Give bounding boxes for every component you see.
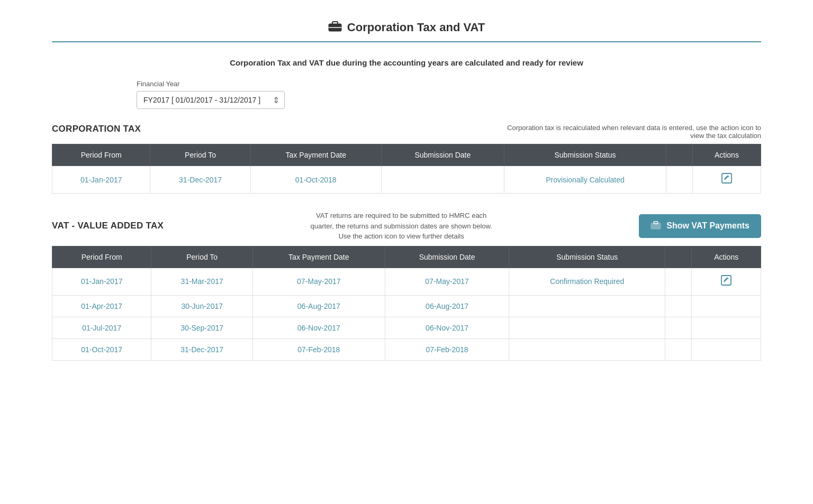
vat-header-row-tr: Period From Period To Tax Payment Date S… [52,246,761,268]
vat-action-3 [692,338,761,360]
vat-extra-1 [665,295,692,317]
corp-extra-0 [666,166,692,194]
vat-submission-status-0: Confirmation Required [509,268,665,295]
vat-extra-0 [665,268,692,295]
page-title: Corporation Tax and VAT [52,20,761,35]
vat-row-3: 01-Oct-2017 31-Dec-2017 07-Feb-2018 07-F… [52,338,761,360]
vat-period-from-1: 01-Apr-2017 [52,295,151,317]
svg-rect-5 [654,222,658,224]
corp-tax-row-0: 01-Jan-2017 31-Dec-2017 01-Oct-2018 Prov… [52,166,761,194]
corp-submission-status-0: Provisionally Calculated [504,166,666,194]
financial-year-select[interactable]: FY2017 [ 01/01/2017 - 31/12/2017 ] [137,91,285,109]
corp-col-period-from: Period From [52,144,150,166]
corp-tax-thead: Period From Period To Tax Payment Date S… [52,144,761,166]
financial-year-label: Financial Year [137,80,761,88]
page-header: Corporation Tax and VAT [52,11,761,42]
vat-submission-date-0: 07-May-2017 [385,268,509,295]
vat-section: VAT - VALUE ADDED TAX VAT returns are re… [52,210,761,361]
vat-col-submission-date: Submission Date [385,246,509,268]
vat-extra-2 [665,317,692,338]
corp-tax-header-row-tr: Period From Period To Tax Payment Date S… [52,144,761,166]
briefcase-icon [328,20,342,35]
vat-tbody: 01-Jan-2017 31-Mar-2017 07-May-2017 07-M… [52,268,761,360]
vat-period-to-0: 31-Mar-2017 [151,268,253,295]
vat-row-1: 01-Apr-2017 30-Jun-2017 06-Aug-2017 06-A… [52,295,761,317]
show-vat-payments-button[interactable]: Show VAT Payments [639,214,761,238]
vat-col-tax-payment: Tax Payment Date [252,246,385,268]
vat-period-to-2: 30-Sep-2017 [151,317,253,338]
vat-table: Period From Period To Tax Payment Date S… [52,246,761,361]
corporation-tax-section: CORPORATION TAX Corporation tax is recal… [52,124,761,194]
financial-year-select-wrapper: FY2017 [ 01/01/2017 - 31/12/2017 ] ⇕ [137,91,285,109]
corp-col-extra [666,144,692,166]
corp-tax-tbody: 01-Jan-2017 31-Dec-2017 01-Oct-2018 Prov… [52,166,761,194]
vat-row-2: 01-Jul-2017 30-Sep-2017 06-Nov-2017 06-N… [52,317,761,338]
vat-left: VAT - VALUE ADDED TAX [52,221,164,231]
vat-action-1 [692,295,761,317]
vat-tax-payment-3: 07-Feb-2018 [252,338,385,360]
recalc-note: Corporation tax is recalculated when rel… [496,124,761,140]
subtitle-text: Corporation Tax and VAT due during the a… [52,58,761,67]
vat-col-extra [665,246,692,268]
edit-icon-0[interactable] [721,175,733,186]
corp-period-from-0: 01-Jan-2017 [52,166,150,194]
corp-action-0[interactable] [692,166,761,194]
financial-year-section: Financial Year FY2017 [ 01/01/2017 - 31/… [137,80,761,109]
vat-submission-status-3 [509,338,665,360]
vat-col-period-to: Period To [151,246,253,268]
vat-title: VAT - VALUE ADDED TAX [52,221,164,231]
show-vat-payments-label: Show VAT Payments [666,221,749,231]
vat-period-from-0: 01-Jan-2017 [52,268,151,295]
vat-action-0[interactable] [692,268,761,295]
vat-submission-date-3: 07-Feb-2018 [385,338,509,360]
vat-submission-date-1: 06-Aug-2017 [385,295,509,317]
briefcase-icon-btn [651,221,661,232]
corp-tax-payment-0: 01-Oct-2018 [250,166,381,194]
corp-col-submission-status: Submission Status [504,144,666,166]
vat-period-from-2: 01-Jul-2017 [52,317,151,338]
corp-submission-date-0 [381,166,504,194]
vat-edit-icon-0[interactable] [720,277,732,288]
svg-rect-1 [332,22,338,24]
vat-submission-date-2: 06-Nov-2017 [385,317,509,338]
vat-action-2 [692,317,761,338]
vat-period-from-3: 01-Oct-2017 [52,338,151,360]
corp-col-actions: Actions [692,144,761,166]
subtitle-section: Corporation Tax and VAT due during the a… [52,58,761,67]
corp-col-tax-payment: Tax Payment Date [250,144,381,166]
vat-period-to-1: 30-Jun-2017 [151,295,253,317]
corp-tax-table: Period From Period To Tax Payment Date S… [52,144,761,194]
vat-tax-payment-0: 07-May-2017 [252,268,385,295]
vat-thead: Period From Period To Tax Payment Date S… [52,246,761,268]
vat-header-row: VAT - VALUE ADDED TAX VAT returns are re… [52,210,761,242]
vat-tax-payment-2: 06-Nov-2017 [252,317,385,338]
vat-period-to-3: 31-Dec-2017 [151,338,253,360]
vat-col-actions: Actions [692,246,761,268]
vat-row-0: 01-Jan-2017 31-Mar-2017 07-May-2017 07-M… [52,268,761,295]
corp-col-submission-date: Submission Date [381,144,504,166]
vat-submission-status-1 [509,295,665,317]
vat-col-period-from: Period From [52,246,151,268]
vat-submission-status-2 [509,317,665,338]
corp-tax-header-row: CORPORATION TAX Corporation tax is recal… [52,124,761,140]
vat-tax-payment-1: 06-Aug-2017 [252,295,385,317]
vat-center-note: VAT returns are required to be submitted… [306,210,496,242]
corp-col-period-to: Period To [150,144,250,166]
corp-tax-title: CORPORATION TAX [52,124,141,134]
corp-period-to-0: 31-Dec-2017 [150,166,250,194]
page-container: Corporation Tax and VAT Corporation Tax … [36,0,777,388]
vat-extra-3 [665,338,692,360]
vat-col-submission-status: Submission Status [509,246,665,268]
